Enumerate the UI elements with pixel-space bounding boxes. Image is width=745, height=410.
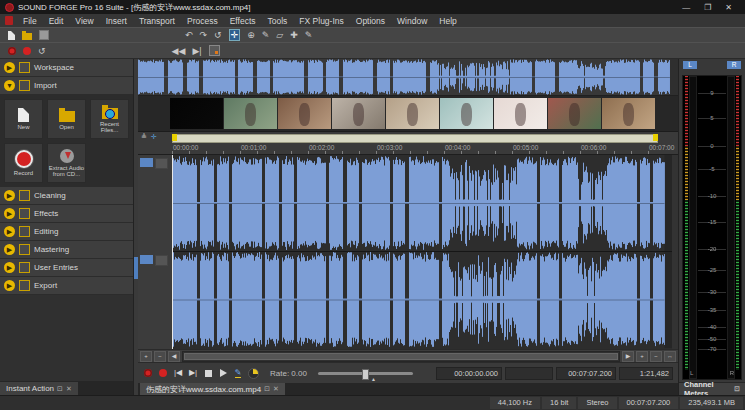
menu-transport[interactable]: Transport — [133, 16, 181, 26]
tab-document[interactable]: 伤感的安详www.ssdax.com.mp4 ⊡ ✕ — [140, 383, 285, 395]
video-frame-1[interactable] — [170, 98, 223, 129]
video-frame-8[interactable] — [548, 98, 601, 129]
edit-tool-icon[interactable]: ✛ — [229, 29, 241, 41]
left-channel-minimize-button[interactable] — [155, 158, 168, 169]
snap-icon[interactable]: ≜ — [141, 133, 147, 141]
import-item-new[interactable]: New — [4, 99, 43, 139]
minimize-button[interactable]: — — [682, 3, 690, 12]
tab-channel-meters[interactable]: Channel Meters ⊡ — [679, 383, 745, 395]
loop-region-bar[interactable] — [172, 134, 658, 143]
save-icon[interactable] — [39, 30, 49, 40]
time-ruler[interactable]: 00:00:0000:01:0000:02:0000:03:0000:04:00… — [138, 143, 678, 155]
menu-fx-plug-ins[interactable]: FX Plug-Ins — [293, 16, 349, 26]
sidebar-section-effects[interactable]: ▶Effects — [0, 205, 133, 223]
loop-end-handle[interactable] — [653, 134, 658, 141]
sidebar-section-user-entries[interactable]: ▶User Entries — [0, 259, 133, 277]
zoom-fit-button[interactable]: ↔ — [664, 351, 676, 362]
horizontal-scrollbar[interactable] — [182, 351, 620, 362]
close-tab-icon[interactable]: ✕ — [66, 385, 72, 393]
envelope-tool-icon[interactable]: ▱ — [276, 30, 283, 40]
vertical-scroll-strip[interactable] — [672, 155, 678, 349]
chevron-right-icon[interactable]: ▶ — [4, 62, 15, 73]
sidebar-section-editing[interactable]: ▶Editing — [0, 223, 133, 241]
rate-slider[interactable]: ▲ — [318, 372, 413, 375]
magnify-tool-icon[interactable]: ⊕ — [247, 30, 255, 40]
chevron-right-icon[interactable]: ▶ — [4, 244, 15, 255]
loop-playback-button[interactable] — [248, 367, 259, 379]
new-file-icon[interactable] — [8, 31, 15, 40]
video-frame-5[interactable] — [386, 98, 439, 129]
float-window-icon[interactable]: ⊡ — [57, 385, 63, 393]
chevron-right-icon[interactable]: ▶ — [4, 226, 15, 237]
chevron-down-icon[interactable]: ▼ — [4, 80, 15, 91]
chevron-right-icon[interactable]: ▶ — [4, 208, 15, 219]
play-button[interactable] — [218, 367, 228, 379]
sidebar-section-cleaning[interactable]: ▶Cleaning — [0, 187, 133, 205]
undo-icon[interactable]: ↶ — [185, 30, 193, 40]
menu-process[interactable]: Process — [181, 16, 224, 26]
scroll-left-button[interactable]: ◀ — [168, 351, 180, 362]
close-button[interactable]: ✕ — [725, 3, 732, 12]
right-channel-button[interactable] — [140, 255, 153, 264]
record-remote-button[interactable] — [143, 367, 153, 379]
menu-file[interactable]: File — [17, 16, 43, 26]
loop-playback-icon[interactable]: ↺ — [38, 46, 46, 56]
paint-tool-icon[interactable]: ✎ — [305, 30, 313, 40]
zoom-normal-button[interactable]: − — [650, 351, 662, 362]
menu-view[interactable]: View — [69, 16, 99, 26]
sidebar-section-mastering[interactable]: ▶Mastering — [0, 241, 133, 259]
chevron-right-icon[interactable]: ▶ — [4, 262, 15, 273]
go-to-start-button[interactable]: |◀ — [173, 367, 183, 379]
pencil-tool-icon[interactable]: ✎ — [262, 30, 270, 40]
float-meters-icon[interactable]: ⊡ — [734, 385, 740, 393]
go-to-start-icon[interactable]: ◀◀ — [172, 46, 186, 56]
left-channel-button[interactable] — [140, 158, 153, 167]
edit-marker-button[interactable]: ✎ — [233, 367, 243, 379]
video-frame-4[interactable] — [332, 98, 385, 129]
zoom-selection-button[interactable]: + — [636, 351, 648, 362]
menu-options[interactable]: Options — [350, 16, 391, 26]
video-frame-3[interactable] — [278, 98, 331, 129]
sidebar-section-export[interactable]: ▶Export — [0, 277, 133, 295]
go-to-end-button[interactable]: ▶| — [188, 367, 198, 379]
meter-left-button[interactable]: L — [683, 61, 697, 69]
scroll-right-button[interactable]: ▶ — [622, 351, 634, 362]
float-document-icon[interactable]: ⊡ — [264, 385, 270, 393]
zoom-out-time-button[interactable]: − — [154, 351, 166, 362]
import-item-open[interactable]: Open — [47, 99, 86, 139]
menu-window[interactable]: Window — [391, 16, 433, 26]
meter-right-button[interactable]: R — [727, 61, 741, 69]
rate-slider-thumb[interactable] — [362, 369, 369, 380]
go-to-end-icon[interactable]: ▶| — [192, 46, 201, 56]
loop-start-handle[interactable] — [172, 134, 177, 141]
chevron-right-icon[interactable]: ▶ — [4, 190, 15, 201]
open-icon[interactable] — [22, 33, 32, 40]
cursor-center-icon[interactable]: ✛ — [151, 133, 157, 141]
sidebar-section-import[interactable]: ▼Import — [0, 77, 133, 95]
record-button[interactable] — [158, 367, 168, 379]
video-frame-9[interactable] — [602, 98, 655, 129]
menu-effects[interactable]: Effects — [224, 16, 262, 26]
stop-button[interactable] — [203, 367, 213, 379]
tab-instant-action[interactable]: Instant Action ⊡ ✕ — [0, 382, 78, 395]
close-document-icon[interactable]: ✕ — [273, 385, 279, 393]
redo-icon[interactable]: ↷ — [200, 30, 208, 40]
waveform-overview[interactable] — [138, 59, 678, 96]
video-frame-6[interactable] — [440, 98, 493, 129]
menu-tools[interactable]: Tools — [262, 16, 294, 26]
waveform-canvas-area[interactable] — [172, 155, 672, 349]
restore-button[interactable]: ❐ — [704, 3, 711, 12]
right-channel-minimize-button[interactable] — [155, 255, 168, 266]
import-item-recent-files-[interactable]: Recent Files... — [90, 99, 129, 139]
menu-insert[interactable]: Insert — [100, 16, 133, 26]
video-frame-2[interactable] — [224, 98, 277, 129]
menu-edit[interactable]: Edit — [43, 16, 70, 26]
record-icon[interactable] — [23, 47, 31, 55]
event-tool-icon[interactable]: ✚ — [290, 30, 298, 40]
scrollbar-thumb[interactable] — [184, 353, 618, 360]
import-item-extract-audio-from-cd-[interactable]: Extract Audio from CD... — [47, 143, 86, 183]
repeat-icon[interactable]: ↺ — [214, 30, 222, 40]
chevron-right-icon[interactable]: ▶ — [4, 280, 15, 291]
video-frame-7[interactable] — [494, 98, 547, 129]
menu-help[interactable]: Help — [433, 16, 462, 26]
